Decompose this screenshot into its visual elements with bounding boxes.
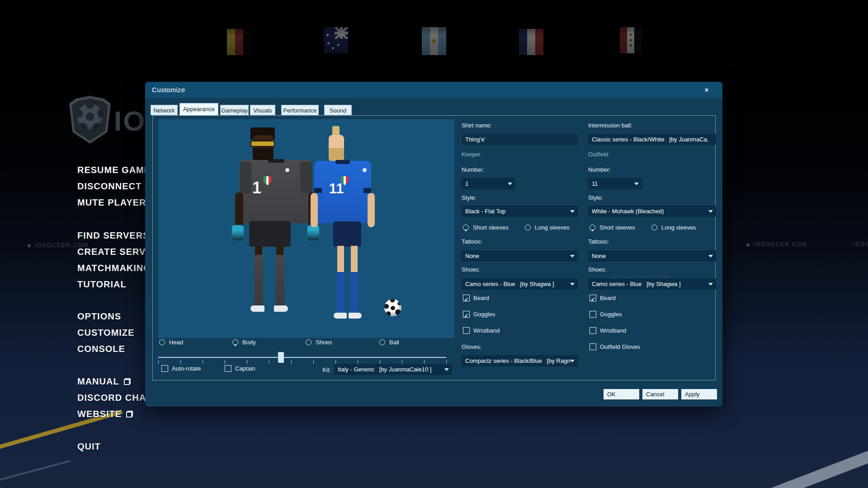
- shirt-name-input[interactable]: [462, 134, 578, 145]
- flag-france-icon: [519, 29, 543, 55]
- checkbox-icon: [590, 343, 596, 350]
- outfield-number-label: Number:: [588, 166, 611, 173]
- rotation-slider-ticks: [158, 360, 447, 364]
- keeper-section-label: Keeper: [462, 151, 481, 158]
- chevron-down-icon: [570, 283, 575, 286]
- menu-item-manual[interactable]: MANUAL: [77, 376, 131, 387]
- external-link-icon: [124, 378, 131, 385]
- outfield-arm-left: [311, 193, 318, 227]
- outfield-style-label: Style:: [588, 194, 603, 201]
- menu-item-tutorial[interactable]: TUTORIAL: [77, 279, 127, 290]
- radio-circle-icon: [379, 339, 385, 345]
- chevron-down-icon: [570, 255, 575, 258]
- menu-item-matchmaking[interactable]: MATCHMAKING: [77, 263, 151, 273]
- checkbox-icon: [590, 311, 596, 318]
- checkbox-icon: ✓: [463, 295, 470, 301]
- keeper-tattoos-dropdown[interactable]: None: [462, 250, 578, 262]
- outfield-leg-right: [351, 246, 358, 273]
- tab-visuals[interactable]: Visuals: [250, 105, 275, 115]
- menu-item-find-servers[interactable]: FIND SERVERS: [77, 230, 149, 241]
- keeper-sleeve-right: [300, 162, 312, 193]
- tab-appearance[interactable]: Appearance: [179, 103, 218, 116]
- menu-item-mute-players[interactable]: MUTE PLAYERS: [77, 197, 153, 208]
- outfield-sock-right: [350, 272, 358, 314]
- outfield-shoes-dropdown[interactable]: Camo series - Blue [by Shagwa ]: [588, 278, 716, 290]
- keeper-number-label: Number:: [462, 166, 484, 173]
- cancel-button[interactable]: Cancel: [642, 389, 678, 399]
- menu-item-disconnect[interactable]: DISCONNECT: [77, 181, 142, 192]
- keeper-number-dropdown[interactable]: 1: [462, 178, 515, 189]
- kit-label: Kit:: [318, 366, 331, 373]
- menu-item-console[interactable]: CONSOLE: [77, 344, 125, 354]
- chevron-down-icon: [708, 283, 713, 286]
- flag-argentina-icon: [422, 27, 446, 55]
- chevron-down-icon: [634, 183, 639, 185]
- menu-item-website[interactable]: WEBSITE: [77, 409, 133, 419]
- menu-item-options[interactable]: OPTIONS: [77, 311, 121, 322]
- keeper-gloves-dropdown[interactable]: Compactz series - Black/Blue [by Ragnar …: [462, 355, 578, 366]
- tab-sound[interactable]: Sound: [324, 105, 352, 115]
- rotation-slider-handle[interactable]: [278, 352, 284, 363]
- wall-watermark-right: ◆ IOSOCCER.COM: [746, 241, 807, 248]
- player-preview-panel[interactable]: 1: [158, 119, 454, 338]
- iosoccer-logo-icon: [69, 96, 111, 144]
- soccer-ball-icon: [384, 299, 401, 316]
- apply-button[interactable]: Apply: [681, 389, 717, 399]
- flag-germany-icon: [227, 29, 251, 55]
- menu-item-customize[interactable]: CUSTOMIZE: [77, 328, 134, 338]
- intermission-ball-dropdown[interactable]: Classic series - Black/White [by JuanmaC…: [588, 134, 716, 145]
- keeper-tattoos-label: Tattoos:: [462, 238, 482, 245]
- checkbox-icon: ✓: [590, 295, 596, 301]
- keeper-shoes-label: Shoes:: [462, 266, 480, 273]
- close-icon[interactable]: ×: [702, 85, 712, 95]
- outfield-shirt-number: 11: [326, 181, 346, 197]
- tab-gameplay[interactable]: Gameplay: [220, 105, 249, 115]
- chevron-down-icon: [708, 210, 713, 213]
- outfield-tattoos-dropdown[interactable]: None: [588, 250, 716, 262]
- radio-circle-icon: [651, 225, 657, 230]
- keeper-style-dropdown[interactable]: Black - Flat Top: [462, 206, 578, 217]
- tab-performance[interactable]: Performance: [281, 105, 319, 115]
- keeper-arm-left: [235, 192, 243, 228]
- keeper-sleeve-badge: [285, 168, 289, 172]
- kit-dropdown[interactable]: Italy - Generic [by JuanmaCale10 ]: [334, 364, 452, 375]
- tab-network[interactable]: Network: [151, 105, 178, 115]
- keeper-glove-left: [232, 225, 244, 240]
- outfield-sleeve-badge: [363, 168, 367, 172]
- shirt-name-label: Shirt name:: [462, 122, 491, 129]
- outfield-shoe-left: [334, 313, 347, 319]
- keeper-shorts: [249, 221, 291, 247]
- outfield-number-dropdown[interactable]: 11: [588, 178, 642, 189]
- outfield-collar: [335, 160, 350, 164]
- customize-dialog: soccer Customize × Network Appearance Ga…: [145, 82, 722, 407]
- outfield-sock-left: [336, 272, 344, 314]
- keeper-shirt-number: 1: [248, 178, 266, 197]
- outfield-cuff-right: [363, 188, 371, 193]
- ok-button[interactable]: OK: [604, 389, 639, 399]
- outfield-section-label: Outfield: [588, 151, 609, 158]
- outfield-arm-right: [368, 193, 375, 227]
- external-link-icon: [126, 411, 133, 418]
- pitch-white-line-left: [0, 460, 71, 482]
- menu-item-quit[interactable]: QUIT: [77, 441, 101, 452]
- outfield-style-dropdown[interactable]: White - Mohawk (Bleached): [588, 206, 716, 217]
- chevron-down-icon: [708, 255, 713, 258]
- checkbox-icon: [161, 365, 168, 372]
- keeper-glove-right: [307, 225, 319, 240]
- checkbox-icon: [590, 327, 596, 334]
- menu-item-discord-chat[interactable]: DISCORD CHAT: [77, 393, 151, 403]
- radio-circle-icon: [159, 339, 165, 345]
- outfield-shoes-label: Shoes:: [588, 266, 606, 273]
- keeper-sock-right: [275, 255, 284, 306]
- menu-item-resume-game[interactable]: RESUME GAME: [77, 165, 151, 175]
- dialog-title: Customize: [152, 86, 185, 94]
- checkbox-icon: [225, 365, 231, 372]
- radio-circle-icon: [306, 339, 311, 345]
- keeper-shoes-dropdown[interactable]: Camo series - Blue [by Shagwa ]: [462, 278, 578, 290]
- outfield-tattoos-label: Tattoos:: [588, 238, 609, 245]
- radio-circle-icon: ●: [232, 339, 238, 345]
- dialog-titlebar[interactable]: Customize: [145, 82, 722, 98]
- keeper-gloves-label: Gloves:: [462, 343, 481, 350]
- rotation-slider-track[interactable]: [158, 357, 446, 358]
- outfield-leg-left: [337, 246, 344, 273]
